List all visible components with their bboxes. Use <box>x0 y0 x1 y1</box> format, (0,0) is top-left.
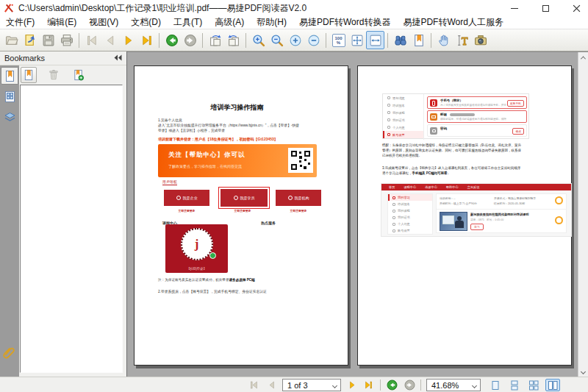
paperclip-icon <box>2 346 15 360</box>
settings-menu-item: 我的证书 <box>383 116 423 124</box>
bookmarks-list[interactable] <box>20 85 123 373</box>
portal-card-link: 立即注册登录 <box>164 209 209 213</box>
maximize-button[interactable] <box>539 2 551 14</box>
zoom-level-combobox[interactable]: 41.68% <box>426 379 481 391</box>
rotate-right-button[interactable] <box>206 31 224 49</box>
page-number-combobox[interactable]: 1 of 3 <box>282 379 341 391</box>
scroll-up-button[interactable] <box>578 52 588 63</box>
zoom-in-tool-button[interactable] <box>249 31 268 49</box>
row-label: 邮箱 <box>440 113 475 116</box>
save-as-button[interactable] <box>21 31 39 49</box>
bookmark-tool-button[interactable] <box>21 67 37 83</box>
single-page-view-button[interactable] <box>488 379 503 391</box>
last-page-button[interactable] <box>137 31 156 49</box>
help-center-banner: 关注【帮助中心】你可以 了解政策要点，学习操作指导，在线问答交流 <box>158 144 317 177</box>
last-page-button-bottom[interactable] <box>362 379 375 391</box>
menu-advanced[interactable]: 高级(A) <box>215 16 244 29</box>
print-button[interactable] <box>57 31 76 49</box>
history-forward-button[interactable] <box>403 379 416 391</box>
tab-thumbnails-panel[interactable] <box>1 88 18 105</box>
previous-page-button-bottom[interactable] <box>265 379 278 391</box>
lms-menu-item-active: 我的学习 <box>388 194 432 201</box>
settings-menu-item: 培训报名 <box>383 101 423 109</box>
fit-page-button[interactable] <box>348 31 366 49</box>
toolbar-separator <box>326 33 326 48</box>
menu-file[interactable]: 文件(F) <box>6 16 35 29</box>
go-forward-button[interactable] <box>181 31 199 49</box>
doc-paragraph: 1.完善个人信息 <box>158 118 182 123</box>
minimize-button[interactable] <box>509 2 520 14</box>
settings-menu-item: 我的课程 <box>383 109 423 116</box>
two-page-view-button[interactable] <box>545 379 560 391</box>
find-button[interactable] <box>391 31 409 49</box>
scroll-down-button[interactable] <box>578 366 588 377</box>
tab-layers-panel[interactable] <box>1 108 18 126</box>
magnifier-plus-icon <box>252 34 265 47</box>
next-page-button[interactable] <box>119 31 137 49</box>
doc-heading: 培训学习操作指南 <box>158 103 316 113</box>
tab-attachments-panel[interactable] <box>2 346 15 363</box>
row-label: 密码 <box>440 126 447 130</box>
magnifier-minus-icon <box>270 34 284 47</box>
rotate-left-icon <box>227 34 240 47</box>
menu-item-icon <box>392 203 395 206</box>
pdf-page-2[interactable]: 通知消息 培训报名 我的课程 我的证书 个人信息 账号设置 手机号（绑定） 为了… <box>357 65 572 366</box>
collapse-panel-button[interactable] <box>114 54 122 63</box>
menu-item-icon <box>392 216 395 219</box>
toolbar-separator <box>245 33 246 48</box>
menu-pdf2word-service[interactable]: 易捷PDF转Word人工服务 <box>403 16 503 29</box>
bookmark-page-icon <box>4 70 16 82</box>
save-button[interactable] <box>39 31 57 49</box>
paragraph-bold: 手机端及 PC端均可观看。 <box>412 171 451 175</box>
hand-tool-button[interactable] <box>434 31 453 49</box>
go-back-button[interactable] <box>162 31 181 49</box>
menu-item-label: 培训报名 <box>398 202 410 206</box>
forward-arrow-icon <box>184 34 197 47</box>
toolbar-separator <box>202 33 203 48</box>
trash-icon <box>48 69 60 81</box>
zoom-in-button[interactable] <box>286 31 304 49</box>
text-select-tool-button[interactable] <box>453 31 471 49</box>
menu-help[interactable]: 帮助(H) <box>257 16 287 29</box>
snapshot-tool-button[interactable] <box>471 31 490 49</box>
course-meta: 开课形式：视频点播课程随到随学 <box>494 196 536 200</box>
lms-navbar: 首页 课程中心 选课中心 帮助中心 意见反馈 <box>381 184 571 190</box>
lms-side-menu: 我的学习 培训报名 我的课程 我的证书 个人信息 账号设置 <box>387 193 433 235</box>
fit-width-button[interactable] <box>366 31 384 49</box>
first-page-button[interactable] <box>82 31 101 49</box>
last-page-icon <box>140 34 154 47</box>
zoom-out-button[interactable] <box>304 31 323 49</box>
rotate-left-button[interactable] <box>224 31 243 49</box>
app-logo-icon <box>4 3 15 14</box>
vertical-scrollbar[interactable] <box>578 52 588 377</box>
menu-pdf2word-converter[interactable]: 易捷PDF转Word转换器 <box>299 16 390 29</box>
open-button[interactable] <box>2 31 21 49</box>
first-page-button-bottom[interactable] <box>247 379 260 391</box>
add-bookmark-button[interactable] <box>71 67 87 83</box>
add-bookmark-tool-button[interactable] <box>409 31 428 49</box>
pdf-page-1[interactable]: 培训学习操作指南 1.完善个人信息 进入“北京市职业技能提升行动管理服务平台（h… <box>134 65 348 366</box>
layers-icon <box>4 111 16 124</box>
tab-bookmarks-panel[interactable] <box>1 67 18 85</box>
settings-menu-item-active: 账号设置 <box>383 131 423 138</box>
portal-card-student: 我是学员 <box>220 189 268 207</box>
history-back-button[interactable] <box>385 379 398 391</box>
close-button[interactable] <box>570 2 582 14</box>
menu-edit[interactable]: 编辑(E) <box>47 16 76 29</box>
menu-document[interactable]: 文档(D) <box>131 16 161 29</box>
continuous-view-button[interactable] <box>507 379 522 391</box>
menu-item-icon <box>387 118 390 121</box>
lms-menu-item: 我的课程 <box>388 207 432 214</box>
previous-page-button[interactable] <box>101 31 119 49</box>
zoom-out-tool-button[interactable] <box>268 31 286 49</box>
menu-tools[interactable]: 工具(T) <box>173 16 202 29</box>
next-page-button-bottom[interactable] <box>345 379 359 391</box>
actual-size-button[interactable]: 100 % <box>329 31 348 49</box>
doc-paragraph: 逐个学习点播课程，手机端及 PC端均可观看。 <box>382 171 451 175</box>
row-desc: 绑定邮箱后，可通过邮箱接收学习通知和找回密码，保障账号安全 <box>440 118 506 121</box>
menu-view[interactable]: 视图(V) <box>89 16 118 29</box>
facing-view-button[interactable] <box>526 379 541 391</box>
delete-bookmark-button[interactable] <box>46 67 62 83</box>
lms-menu-item: 培训报名 <box>388 201 432 207</box>
first-page-icon <box>249 380 259 390</box>
